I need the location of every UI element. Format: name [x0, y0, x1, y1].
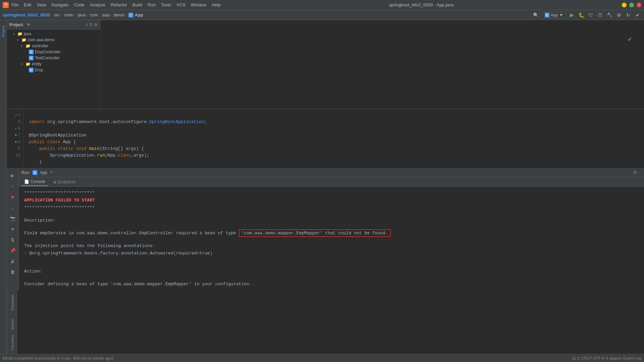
run-console-tab[interactable]: 📄 Console: [21, 178, 48, 186]
minimize-button[interactable]: –: [622, 3, 627, 7]
tree-item-entity[interactable]: ▼ 📁 entity: [7, 61, 100, 67]
run-stop-button[interactable]: ■: [8, 192, 17, 201]
run-endpoints-tab[interactable]: ◈ Endpoints: [51, 178, 78, 186]
line-ending[interactable]: CRLF: [581, 356, 592, 361]
run-header: Run: C App ✕ ⚙ –: [19, 168, 644, 177]
run-line-7[interactable]: ▶: [15, 132, 17, 139]
menu-edit[interactable]: Edit: [24, 2, 31, 7]
scroll-up-button[interactable]: ↑: [8, 181, 17, 191]
console-action-label: Action:: [24, 268, 639, 275]
run-tab-close[interactable]: ✕: [50, 170, 53, 175]
run-config-selector[interactable]: C App ▼: [542, 12, 566, 18]
project-panel: Project ▼ ≡ ⇅ ⚙ ▼ 📁 java ▼: [7, 20, 101, 109]
menu-analyze[interactable]: Analyze: [90, 2, 105, 7]
wrap-button[interactable]: ≡: [8, 224, 17, 234]
code-content[interactable]: import org.springframework.boot.autoconf…: [23, 109, 644, 168]
menu-tools[interactable]: Tools: [161, 2, 171, 7]
editor-panel: Project ▼ ≡ ⇅ ⚙ ▼ 📁 java ▼: [7, 20, 644, 109]
status-left: ℹ Build completed successfully in 4 sec,…: [3, 356, 569, 361]
close-button[interactable]: ✕: [637, 3, 641, 7]
screenshot-button[interactable]: 📷: [8, 214, 17, 223]
window-controls: – □ ✕: [622, 3, 641, 7]
settings-icon[interactable]: ⚙: [615, 11, 623, 19]
run-button[interactable]: ▶: [568, 11, 576, 19]
tree-item-java[interactable]: ▼ 📁 java: [7, 31, 100, 37]
favorites-tab[interactable]: Favorites: [10, 332, 15, 353]
project-panel-title: Project: [9, 22, 23, 27]
error-highlight-box: 'com.aaa.demo.mapper.EmpMapper' that cou…: [239, 229, 391, 237]
run-panel-main: Run: C App ✕ ⚙ – 📄 Console: [19, 168, 644, 291]
run-app-label[interactable]: App: [40, 170, 47, 175]
run-header-right: ⚙ –: [633, 170, 641, 175]
main-area: Project Project ▼ ≡ ⇅ ⚙ ▼: [0, 20, 644, 354]
update-icon[interactable]: ↻: [625, 11, 632, 19]
tree-item-testcontroller[interactable]: ▶ C TestController: [7, 55, 100, 61]
content-area: Project ▼ ≡ ⇅ ⚙ ▼ 📁 java ▼: [7, 20, 644, 354]
debug-button[interactable]: 🐛: [578, 11, 585, 19]
window-title: springboot_ktlx2_0930 - App.java: [221, 2, 622, 7]
tree-item-com-aaa-demo[interactable]: ▼ 📁 com.aaa.demo: [7, 37, 100, 43]
profile-button[interactable]: ⏱: [596, 11, 604, 19]
app-logo: 🍃: [3, 2, 9, 8]
menu-file[interactable]: File: [11, 2, 18, 7]
sort-button[interactable]: ⇅: [8, 235, 17, 244]
menu-window[interactable]: Window: [191, 2, 206, 7]
tree-item-empcontroller[interactable]: ▶ C EmpController: [7, 49, 100, 55]
menu-run[interactable]: Run: [148, 2, 156, 7]
menu-refactor[interactable]: Refactor: [111, 2, 127, 7]
status-right: 12:1 CRLF UTF-8 4 spaces Event Log: [572, 356, 641, 361]
project-tab[interactable]: Project: [1, 23, 6, 40]
menu-code[interactable]: Code: [74, 2, 85, 7]
run-line-8[interactable]: ▶: [15, 139, 17, 145]
run-tab-bar: 📄 Console ◈ Endpoints: [19, 177, 644, 187]
print-button[interactable]: 🖨: [8, 256, 17, 266]
build-button[interactable]: 🔨: [606, 11, 613, 19]
scroll-down-button[interactable]: ↓: [8, 203, 17, 212]
coverage-button[interactable]: 🛡: [587, 11, 594, 19]
maven-tab[interactable]: Maven: [10, 316, 15, 332]
run-start-button[interactable]: ▶: [8, 171, 17, 180]
maximize-button[interactable]: □: [629, 3, 634, 7]
console-stars-2: ***************************: [24, 204, 639, 212]
menu-vcs[interactable]: VCS: [176, 2, 185, 7]
menu-navigate[interactable]: Navigate: [51, 2, 68, 7]
database-tab[interactable]: Database: [10, 292, 15, 313]
tree-item-controller[interactable]: ▼ 📁 controller: [7, 43, 100, 49]
breadcrumb-src[interactable]: src: [54, 12, 60, 17]
menu-build[interactable]: Build: [132, 2, 142, 7]
breadcrumb-icon: C: [128, 13, 133, 17]
code-editor: ↩ 4 5 ↩ 6 ▶ 7 ▶ 8 9: [7, 109, 644, 168]
run-settings-icon[interactable]: ⚙: [633, 170, 637, 175]
console-stars-1: ***************************: [24, 189, 639, 197]
menu-help[interactable]: Help: [212, 2, 221, 7]
panel-icon-2[interactable]: ⇅: [89, 22, 93, 27]
breadcrumb-demo[interactable]: demo: [114, 12, 125, 17]
right-sidebar: Database Maven Favorites: [7, 291, 17, 354]
run-minimize-icon[interactable]: –: [639, 170, 641, 175]
commit-icon[interactable]: ✔: [634, 11, 641, 19]
breadcrumb-aaa[interactable]: aaa: [102, 12, 110, 17]
menu-view[interactable]: View: [37, 2, 46, 7]
trash-button[interactable]: 🗑: [8, 267, 17, 277]
breadcrumb-main[interactable]: main: [64, 12, 73, 17]
panel-icon-1[interactable]: ≡: [86, 22, 88, 27]
breadcrumb-java[interactable]: java: [77, 12, 86, 17]
breadcrumb-project[interactable]: springboot_ktlx2_0930: [3, 12, 50, 17]
search-icon[interactable]: 🔍: [532, 11, 540, 19]
line-numbers: ↩ 4 5 ↩ 6 ▶ 7 ▶ 8 9: [7, 109, 23, 168]
status-message: Build completed successfully in 4 sec, 4…: [4, 356, 113, 361]
charset[interactable]: UTF-8: [593, 356, 604, 361]
breadcrumb-com[interactable]: com: [90, 12, 98, 17]
cursor-position[interactable]: 12:1: [572, 356, 580, 361]
indent[interactable]: 4 spaces: [606, 356, 622, 361]
pin-button[interactable]: 📌: [8, 246, 17, 255]
editor-run-area: — .properties ✕ C EmpController.java ✕ C…: [7, 109, 644, 291]
breadcrumb-app[interactable]: App: [135, 12, 143, 17]
panel-icon-3[interactable]: ⚙: [94, 22, 98, 27]
tree-item-emp[interactable]: ▶ C Emp: [7, 67, 100, 73]
breadcrumb: springboot_ktlx2_0930 › src › main › jav…: [3, 12, 531, 17]
project-tree: ▼ 📁 java ▼ 📁 com.aaa.demo ▼ 📁 controller: [7, 29, 100, 109]
menu-bar[interactable]: File Edit View Navigate Code Analyze Ref…: [11, 2, 221, 7]
nav-bar: springboot_ktlx2_0930 › src › main › jav…: [0, 10, 644, 20]
event-log[interactable]: Event Log: [623, 356, 641, 361]
